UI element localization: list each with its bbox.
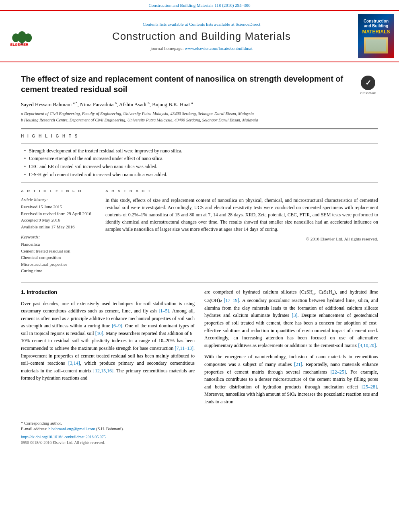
highlights-top-divider: [21, 143, 378, 144]
footnote-email: E-mail address: h.bahmani.eng@gmail.com …: [21, 426, 378, 432]
divider-after-affiliations: [21, 128, 378, 129]
elsevier-logo: ELSEVIER: [7, 26, 43, 46]
article-info-abstract-section: A R T I C L E I N F O Article history: R…: [21, 188, 378, 275]
journal-center-area: Contents lists available at Contents lis…: [49, 21, 354, 51]
journal-cover-image: Construction and Building MATERIALS: [358, 14, 394, 58]
homepage-url[interactable]: www.elsevier.com/locate/conbuildmat: [185, 46, 253, 51]
highlights-list: Strength development of the treated resi…: [21, 148, 378, 178]
email-label: E-mail address:: [21, 427, 47, 431]
highlight-item: CEC and ER of treated soil increased whe…: [24, 163, 378, 170]
section1-num: 1.: [21, 289, 25, 295]
highlight-item: Strength development of the treated resi…: [24, 148, 378, 154]
revised-date: Received in revised form 29 April 2016: [21, 211, 97, 217]
ref-1-5[interactable]: [1–5]: [159, 308, 169, 314]
footnote-star: * Corresponding author.: [21, 421, 62, 425]
keyword-2: Cement treated residual soil: [21, 248, 97, 254]
ref-3-14[interactable]: [3,14]: [68, 360, 80, 366]
abstract-copyright: © 2016 Elsevier Ltd. All rights reserved…: [105, 236, 378, 242]
journal-homepage: journal homepage: www.elsevier.com/locat…: [49, 45, 354, 51]
highlight-item: Compressive strength of the soil increas…: [24, 155, 378, 162]
highlights-section: H I G H L I G H T S Strength development…: [21, 134, 378, 183]
footnote-divider: [21, 418, 378, 418]
abstract-label: A B S T R A C T: [105, 188, 378, 193]
crossmark-icon: ✓: [361, 76, 375, 90]
highlight-item: C-S-H gel of cement treated soil increas…: [24, 171, 378, 178]
ref-21[interactable]: [21]: [294, 362, 302, 367]
body-para-1: Over past decades, one of extensively us…: [21, 300, 195, 382]
journal-title: Construction and Building Materials: [49, 29, 354, 43]
ref-22-25[interactable]: [22–25]: [331, 369, 346, 375]
abstract-col: A B S T R A C T In this study, effects o…: [105, 188, 378, 275]
svg-point-3: [25, 34, 32, 43]
doi-link: http://dx.doi.org/10.1016/j.conbuildmat.…: [21, 435, 106, 439]
affiliation-b: b Housing Research Centre, Department of…: [21, 117, 378, 123]
ref-17-19[interactable]: [17–19]: [224, 298, 239, 303]
footnote-corresponding: * Corresponding author.: [21, 421, 378, 427]
body-two-col: 1. Introduction Over past decades, one o…: [21, 288, 378, 409]
highlights-label: H I G H L I G H T S: [21, 134, 378, 139]
sciencedirect-name: Contents lists available at ScienceDirec…: [189, 22, 260, 27]
article-info-label: A R T I C L E I N F O: [21, 188, 97, 193]
author-names: Sayed Hessam Bahmani a,*, Nima Farzadnia…: [21, 101, 193, 107]
article-title: The effect of size and replacement conte…: [21, 74, 352, 94]
keyword-5: Curing time: [21, 268, 97, 274]
body-section: 1. Introduction Over past decades, one o…: [21, 282, 378, 446]
available-date: Available online 17 May 2016: [21, 224, 97, 230]
ref-12-15-16[interactable]: [12,15,16]: [93, 368, 113, 374]
email-link[interactable]: h.bahmani.eng@gmail.com: [48, 427, 95, 431]
keyword-4: Microstructural properties: [21, 261, 97, 267]
history-heading: Article history:: [21, 197, 97, 203]
article-history: Article history: Received 15 June 2015 R…: [21, 197, 97, 230]
accepted-date: Accepted 9 May 2016: [21, 217, 97, 223]
article-title-section: The effect of size and replacement conte…: [21, 70, 378, 95]
cover-title-line1: Construction: [364, 19, 389, 24]
keyword-3: Chemical composition: [21, 255, 97, 261]
ref-25-28[interactable]: [25–28]: [362, 384, 377, 390]
crossmark-label: CrossMark: [360, 91, 376, 95]
ref-6-9[interactable]: [6–9]: [112, 323, 122, 329]
cover-title-line2: and Building: [364, 24, 389, 29]
affiliations: a Department of Civil Engineering, Facul…: [21, 111, 378, 123]
highlights-bottom-divider: [21, 182, 378, 183]
doi-text: Construction and Building Materials 118 …: [148, 3, 250, 8]
keywords-heading: Keywords:: [21, 234, 97, 240]
body-para-3: With the emergence of nanotechnology, in…: [204, 353, 378, 405]
body-col-right: are comprised of hydrated calcium silica…: [204, 288, 378, 409]
journal-header: ELSEVIER Contents lists available at Con…: [0, 10, 399, 62]
ref-4-10-20[interactable]: [4,10,20]: [358, 343, 376, 348]
crossmark-widget[interactable]: ✓ CrossMark: [358, 76, 378, 95]
svg-text:ELSEVIER: ELSEVIER: [10, 43, 29, 46]
copyright-footer: 0950-0618/© 2016 Elsevier Ltd. All right…: [21, 440, 378, 446]
affiliation-a: a Department of Civil Engineering, Facul…: [21, 111, 378, 117]
article-info-col: A R T I C L E I N F O Article history: R…: [21, 188, 97, 275]
main-content: The effect of size and replacement conte…: [0, 62, 399, 446]
doi-bar: Construction and Building Materials 118 …: [0, 0, 399, 10]
authors-line: Sayed Hessam Bahmani a,*, Nima Farzadnia…: [21, 101, 378, 109]
email-suffix: (S.H. Bahmani).: [96, 427, 124, 431]
sciencedirect-link[interactable]: Contents lists available at Contents lis…: [49, 21, 354, 27]
cover-title-line3: MATERIALS: [362, 29, 390, 35]
section1-heading: 1. Introduction: [21, 288, 195, 296]
section1-title: Introduction: [27, 289, 57, 295]
body-para-2: are comprised of hydrated calcium silica…: [204, 288, 378, 349]
logo-area: ELSEVIER: [5, 26, 45, 46]
received-date: Received 15 June 2015: [21, 204, 97, 210]
abstract-text: In this study, effects of size and repla…: [105, 197, 378, 233]
keyword-1: Nanosilica: [21, 241, 97, 247]
doi-footer[interactable]: http://dx.doi.org/10.1016/j.conbuildmat.…: [21, 434, 378, 440]
ref-7-11-13[interactable]: [7,11–13]: [175, 345, 193, 351]
svg-point-2: [12, 34, 19, 43]
body-col-left: 1. Introduction Over past decades, one o…: [21, 288, 195, 409]
ref-10[interactable]: [10]: [95, 331, 103, 336]
ref-3[interactable]: [3]: [292, 312, 298, 318]
